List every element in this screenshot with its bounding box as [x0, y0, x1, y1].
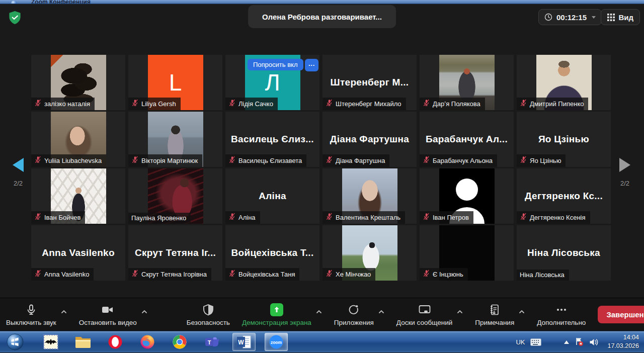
svg-text:T: T — [208, 339, 211, 345]
participant-tile[interactable]: Anna Vasilenko Anna Vasilenko — [31, 225, 125, 281]
mic-muted-icon — [34, 99, 42, 108]
mic-muted-icon — [131, 156, 139, 165]
participant-tile[interactable]: Валентина Крешталь — [323, 168, 417, 224]
toolbar-submenu-chevron[interactable] — [457, 307, 463, 316]
participant-tile[interactable]: Василець Єлиз... Василець Єлизавета — [225, 112, 319, 167]
participant-tile[interactable]: Хе Мінчжао — [323, 225, 417, 281]
participant-tile[interactable]: Іван Бойчев — [31, 168, 125, 224]
chevron-up-icon — [378, 310, 384, 314]
participant-tile[interactable]: Штеренберг М... Штеренберг Михайло — [323, 55, 417, 110]
taskbar-word-button[interactable]: W — [232, 333, 256, 351]
toolbar-submenu-chevron[interactable] — [61, 307, 67, 316]
ask-unmute-button[interactable]: Попросить вкл — [248, 59, 303, 70]
taskbar-start-button[interactable] — [3, 333, 27, 351]
participant-tile[interactable]: Л Попросить вкл ··· Лідія Сачко — [225, 55, 319, 110]
window-titlebar: Zoom Конференция — [0, 0, 644, 4]
language-indicator[interactable]: UK — [516, 338, 525, 346]
previous-page-button[interactable]: 2/2 — [6, 158, 30, 187]
toolbar-button-whiteboard[interactable]: Доски сообщений — [396, 298, 452, 326]
mic-muted-icon — [326, 270, 333, 279]
participant-name-text: Лідія Сачко — [238, 100, 273, 108]
notes-icon — [489, 304, 501, 316]
action-center-flag-icon[interactable] — [575, 337, 584, 346]
toolbar-button-mic[interactable]: Выключить звук — [6, 298, 56, 326]
taskbar-teams-button[interactable]: T — [200, 333, 223, 351]
keyboard-icon[interactable] — [530, 338, 541, 346]
taskbar-chrome-button[interactable] — [168, 333, 191, 351]
meeting-timer[interactable]: 00:12:15 — [538, 9, 602, 25]
meeting-security-badge[interactable] — [9, 11, 21, 27]
toolbar-button-label: Безопасность — [187, 319, 230, 326]
taskbar-the-bat-button[interactable] — [39, 333, 62, 351]
chevron-down-icon[interactable] — [592, 16, 596, 19]
taskbar-explorer-button[interactable] — [71, 333, 95, 351]
window-title: Zoom Конференция — [31, 0, 91, 4]
participant-tile[interactable]: Яо Цзінью Яо Цзінью — [517, 112, 611, 167]
toolbar-button-more[interactable]: Дополнительно — [537, 298, 586, 326]
arrow-right-icon[interactable] — [619, 158, 630, 172]
participant-tile[interactable]: Дегтяренко Кс... Дегтяренко Ксенія — [517, 168, 611, 224]
participant-tile[interactable]: L Liliya Gersh — [128, 55, 222, 110]
firefox-icon — [140, 334, 155, 349]
toolbar-button-share[interactable]: Демонстрация экрана — [242, 298, 311, 326]
mic-muted-icon — [228, 156, 236, 165]
mic-muted-icon — [423, 270, 430, 279]
toolbar-submenu-chevron[interactable] — [519, 307, 525, 316]
toolbar-button-camera[interactable]: Остановить видео — [79, 298, 137, 326]
toolbar-item: Безопасность — [187, 298, 230, 326]
participant-tile[interactable]: Діана Фартушна Діана Фартушна — [323, 112, 417, 167]
arrow-left-icon[interactable] — [13, 158, 24, 172]
taskbar-opera-button[interactable] — [104, 333, 127, 351]
taskbar-clock[interactable]: 14:04 17.03.2026 — [607, 333, 639, 351]
participant-tile[interactable]: залізко наталія — [31, 55, 125, 110]
participant-name-label: Аліна — [225, 211, 260, 224]
zoom-window-icon — [11, 1, 17, 4]
participant-tile[interactable]: Yuliia Liubachevska — [31, 112, 125, 167]
participant-name-text: Дар’я Полякова — [433, 100, 480, 108]
participant-tile[interactable]: Барабанчук Ал... Барабанчук Альона — [420, 112, 514, 167]
participant-tile[interactable]: Ніна Лісовська Ніна Лісовська — [517, 225, 611, 281]
participant-name-label: Штеренберг Михайло — [323, 98, 406, 110]
apps-icon — [348, 304, 360, 316]
participant-tile[interactable]: Скрут Тетяна Іг... Скрут Тетяна Ігорівна — [128, 225, 222, 281]
end-meeting-button[interactable]: Завершение — [598, 306, 644, 323]
toolbar-button-notes[interactable]: Примечания — [475, 298, 514, 326]
toolbar-button-shield[interactable]: Безопасность — [187, 298, 230, 326]
participant-name-label: Іван Бойчев — [31, 211, 85, 224]
participant-tile[interactable]: Дар’я Полякова — [420, 55, 514, 110]
mic-muted-icon — [34, 156, 42, 165]
taskbar-time: 14:04 — [607, 333, 639, 342]
mic-muted-icon — [520, 213, 527, 222]
toolbar-submenu-chevron[interactable] — [141, 307, 147, 316]
participant-name-text: Є Інцзюнь — [433, 271, 463, 278]
taskbar-apps: TWzoom — [3, 333, 297, 351]
participant-tile[interactable]: Іван Петров — [420, 168, 514, 224]
volume-icon[interactable] — [589, 338, 599, 346]
taskbar-zoom-button[interactable]: zoom — [265, 333, 288, 351]
toolbar-button-label: Остановить видео — [79, 319, 137, 326]
participant-tile[interactable]: Аліна Аліна — [225, 168, 319, 224]
participant-name-label: Барабанчук Альона — [420, 154, 497, 167]
participant-tile[interactable]: Є Інцзюнь — [420, 225, 514, 281]
windows-taskbar: TWzoom UK 14:04 17.03.2026 — [0, 331, 644, 352]
toolbar-items: Выключить звукОстановить видеоБезопаснос… — [6, 298, 598, 326]
toolbar-submenu-chevron[interactable] — [316, 307, 322, 316]
toolbar-submenu-chevron[interactable] — [378, 307, 384, 316]
chevron-up-icon — [61, 310, 67, 314]
word-icon: W — [236, 335, 252, 349]
participant-tile[interactable]: Дмитрий Пипенко — [517, 55, 611, 110]
participant-name-label: Дмитрий Пипенко — [517, 98, 588, 110]
taskbar-firefox-button[interactable] — [136, 333, 159, 351]
participant-name-text: Яо Цзінью — [530, 157, 561, 164]
participant-tile[interactable]: Пауліна Яровенко — [128, 168, 222, 224]
mic-muted-icon — [131, 270, 139, 279]
security-shield-icon — [9, 11, 21, 25]
participant-more-button[interactable]: ··· — [305, 59, 318, 71]
participant-tile[interactable]: Вікторія Мартинюк — [128, 112, 222, 167]
toolbar-button-apps[interactable]: Приложения — [334, 298, 374, 326]
participant-tile[interactable]: Войцехівська Т... Войцехівська Таня — [225, 225, 319, 281]
opera-icon — [108, 334, 123, 349]
next-page-button[interactable]: 2/2 — [613, 158, 637, 187]
view-button[interactable]: Вид — [601, 9, 640, 25]
show-hidden-icons-button[interactable] — [564, 340, 569, 344]
